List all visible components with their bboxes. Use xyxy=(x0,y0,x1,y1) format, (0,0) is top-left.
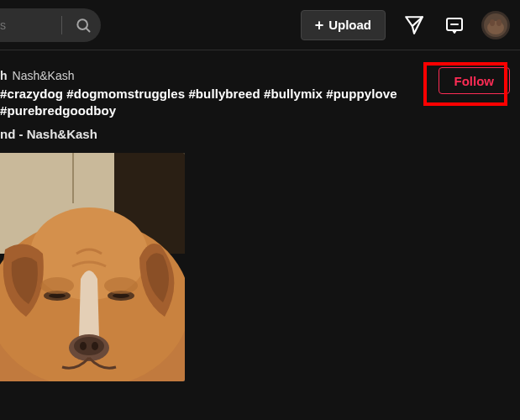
author-prefix: h xyxy=(0,69,8,82)
content-area: h Nash&Kash #crazydog #dogmomstruggles #… xyxy=(0,50,520,381)
inbox-icon xyxy=(444,15,465,35)
follow-button[interactable]: Follow xyxy=(439,67,511,94)
search-bar[interactable] xyxy=(0,8,101,42)
svg-point-22 xyxy=(40,277,74,294)
upload-button[interactable]: + Upload xyxy=(301,10,386,40)
author-line[interactable]: h Nash&Kash xyxy=(0,69,428,82)
send-icon xyxy=(403,14,425,36)
svg-point-9 xyxy=(496,19,502,26)
search-icon xyxy=(75,17,92,34)
svg-point-27 xyxy=(92,342,98,350)
svg-point-8 xyxy=(490,19,495,26)
svg-point-26 xyxy=(80,342,87,350)
svg-point-7 xyxy=(487,21,504,34)
avatar[interactable] xyxy=(481,11,510,39)
messages-button[interactable] xyxy=(401,12,428,39)
svg-line-1 xyxy=(86,28,89,31)
top-bar: + Upload xyxy=(0,0,520,50)
search-input[interactable] xyxy=(0,18,58,32)
plus-icon: + xyxy=(315,18,324,33)
upload-label: Upload xyxy=(328,18,371,32)
search-button[interactable] xyxy=(66,8,101,42)
dog-image xyxy=(0,153,185,381)
search-divider xyxy=(61,16,62,34)
svg-point-25 xyxy=(74,337,104,355)
svg-rect-12 xyxy=(72,153,74,203)
inbox-button[interactable] xyxy=(441,12,468,39)
video-thumbnail[interactable] xyxy=(0,153,185,381)
avatar-image xyxy=(481,11,510,39)
svg-point-23 xyxy=(104,277,138,294)
caption-tags[interactable]: #crazydog #dogmomstruggles #bullybreed #… xyxy=(0,86,428,120)
author-name: Nash&Kash xyxy=(13,69,75,82)
sound-label[interactable]: nd - Nash&Kash xyxy=(0,127,428,141)
